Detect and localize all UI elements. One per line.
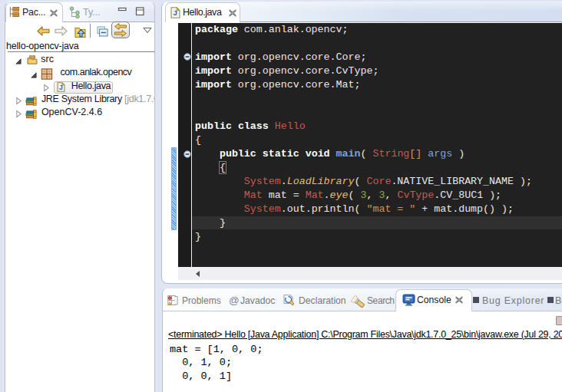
svg-text:J: J: [173, 8, 177, 17]
svg-text:J: J: [59, 84, 63, 91]
